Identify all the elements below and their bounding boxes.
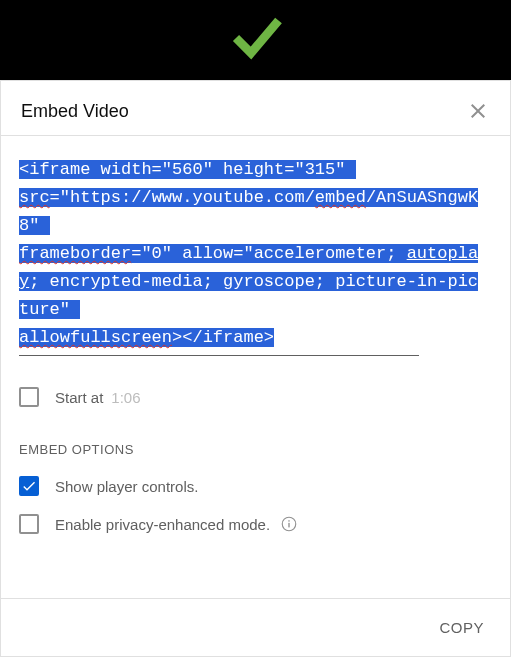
show-controls-row: Show player controls. <box>19 467 480 505</box>
copy-button[interactable]: COPY <box>433 611 490 644</box>
start-at-label: Start at <box>55 389 103 406</box>
checkmark-icon <box>226 8 286 72</box>
dialog-body: <iframe width="560" height="315" src="ht… <box>1 136 510 598</box>
svg-rect-2 <box>288 520 289 521</box>
dialog-header: Embed Video <box>1 81 510 135</box>
privacy-mode-label: Enable privacy-enhanced mode. <box>55 516 270 533</box>
code-seg: ="0" allow="accelerometer; <box>131 244 406 263</box>
embed-options-title: EMBED OPTIONS <box>19 442 480 457</box>
start-at-time[interactable]: 1:06 <box>111 389 140 406</box>
code-seg: ="https://www.youtube.com/ <box>50 188 315 207</box>
code-seg: ; encrypted-media; gyroscope; picture-in… <box>19 272 478 319</box>
code-seg: allowfullscreen <box>19 328 172 347</box>
embed-code-field[interactable]: <iframe width="560" height="315" src="ht… <box>19 156 480 352</box>
start-at-checkbox[interactable] <box>19 387 39 407</box>
code-seg: frameborder <box>19 244 131 263</box>
code-underline <box>19 354 419 356</box>
scroll-area[interactable]: <iframe width="560" height="315" src="ht… <box>19 156 500 586</box>
code-seg: src <box>19 188 50 207</box>
privacy-mode-row: Enable privacy-enhanced mode. <box>19 505 480 543</box>
show-controls-checkbox[interactable] <box>19 476 39 496</box>
dialog-title: Embed Video <box>21 101 129 122</box>
code-seg: <iframe width="560" height="315" <box>19 160 356 179</box>
code-seg: ></iframe> <box>172 328 274 347</box>
embed-video-dialog: Embed Video <iframe width="560" height="… <box>0 80 511 657</box>
top-bar <box>0 0 511 80</box>
dialog-footer: COPY <box>1 598 510 656</box>
show-controls-label: Show player controls. <box>55 478 198 495</box>
svg-rect-1 <box>288 523 289 528</box>
privacy-mode-checkbox[interactable] <box>19 514 39 534</box>
info-icon[interactable] <box>280 515 298 533</box>
code-seg: embed <box>315 188 366 207</box>
start-at-row: Start at 1:06 <box>19 378 480 416</box>
close-icon[interactable] <box>466 99 490 123</box>
